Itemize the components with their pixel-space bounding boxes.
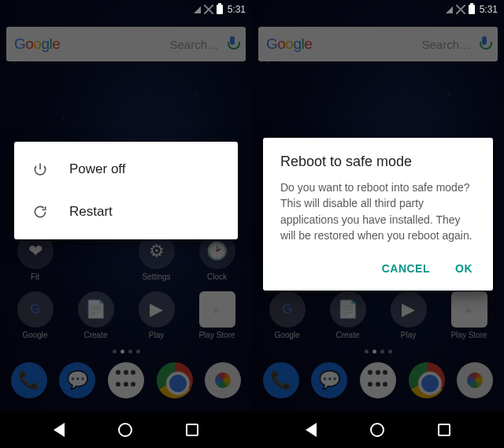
nav-home-button[interactable] [118, 423, 132, 437]
search-placeholder: Search… [421, 38, 471, 51]
app-camera[interactable] [198, 362, 247, 402]
restart-icon [32, 203, 49, 220]
app-phone[interactable]: 📞 [5, 362, 54, 402]
safe-mode-dialog: Reboot to safe mode Do you want to reboo… [263, 138, 493, 291]
cancel-button[interactable]: CANCEL [379, 257, 433, 280]
dialog-actions: CANCEL OK [280, 257, 476, 283]
app-row-2: GGoogle 📄Create ▶Play ▶Play Store [0, 291, 252, 339]
status-bar: 5:31 [0, 0, 252, 19]
power-icon [32, 161, 49, 178]
app-play-store[interactable]: ▶Play Store [444, 291, 495, 339]
restart-label: Restart [69, 204, 113, 220]
phone-right: 5:31 Google Search… ❤Fit ⚙Settings 🕑Cloc… [252, 0, 504, 448]
app-folder-create[interactable]: 📄Create [323, 291, 373, 339]
phone-left: 5:31 Google Search… ❤Fit ⚙Settings 🕑Cloc… [0, 0, 252, 448]
wifi-icon [194, 6, 201, 13]
app-folder-google[interactable]: GGoogle [10, 291, 61, 339]
navigation-bar [0, 412, 252, 448]
app-drawer[interactable] [354, 362, 402, 402]
app-icon-fit[interactable]: ❤Fit [10, 233, 61, 281]
app-messages[interactable]: 💬 [54, 362, 102, 402]
app-row-2: GGoogle 📄Create ▶Play ▶Play Store [252, 291, 504, 339]
status-bar: 5:31 [252, 0, 504, 19]
app-drawer[interactable] [102, 362, 150, 402]
app-phone[interactable]: 📞 [257, 362, 306, 402]
app-camera[interactable] [450, 362, 499, 402]
restart-item[interactable]: Restart [14, 191, 238, 233]
microphone-icon[interactable] [227, 36, 238, 52]
search-placeholder: Search… [169, 38, 219, 51]
dialog-body: Do you want to reboot into safe mode? Th… [280, 180, 476, 243]
battery-icon [217, 5, 223, 14]
power-menu: Power off Restart [14, 142, 238, 239]
microphone-icon[interactable] [479, 36, 490, 52]
app-folder-create[interactable]: 📄Create [71, 291, 121, 339]
battery-icon [469, 5, 475, 14]
nav-home-button[interactable] [370, 423, 384, 437]
google-logo: Google [266, 35, 312, 53]
app-folder-play[interactable]: ▶Play [384, 291, 434, 339]
navigation-bar [252, 412, 504, 448]
app-messages[interactable]: 💬 [306, 362, 354, 402]
ok-button[interactable]: OK [452, 257, 476, 280]
dock-row: 📞 💬 [252, 362, 504, 402]
wifi-icon [446, 6, 453, 13]
app-folder-play[interactable]: ▶Play [132, 291, 182, 339]
app-play-store[interactable]: ▶Play Store [192, 291, 243, 339]
search-bar[interactable]: Google Search… [6, 27, 246, 61]
clock-text: 5:31 [480, 4, 498, 15]
power-off-item[interactable]: Power off [14, 148, 238, 191]
dock-row: 📞 💬 [0, 362, 252, 402]
app-row-1: ❤Fit ⚙Settings 🕑Clock [0, 233, 252, 281]
nav-back-button[interactable] [54, 423, 65, 437]
dialog-title: Reboot to safe mode [280, 154, 476, 170]
app-folder-google[interactable]: GGoogle [262, 291, 313, 339]
no-sim-icon [204, 5, 213, 14]
app-chrome[interactable] [150, 362, 199, 402]
nav-recents-button[interactable] [438, 424, 450, 436]
app-icon-settings[interactable]: ⚙Settings [132, 233, 182, 281]
google-logo: Google [14, 35, 60, 53]
clock-text: 5:31 [228, 4, 246, 15]
nav-back-button[interactable] [306, 423, 317, 437]
app-icon-clock[interactable]: 🕑Clock [192, 233, 243, 281]
app-chrome[interactable] [402, 362, 451, 402]
page-indicator [252, 350, 504, 354]
page-indicator [0, 350, 252, 354]
power-off-label: Power off [69, 161, 126, 177]
search-bar[interactable]: Google Search… [258, 27, 498, 61]
no-sim-icon [456, 5, 465, 14]
nav-recents-button[interactable] [186, 424, 198, 436]
